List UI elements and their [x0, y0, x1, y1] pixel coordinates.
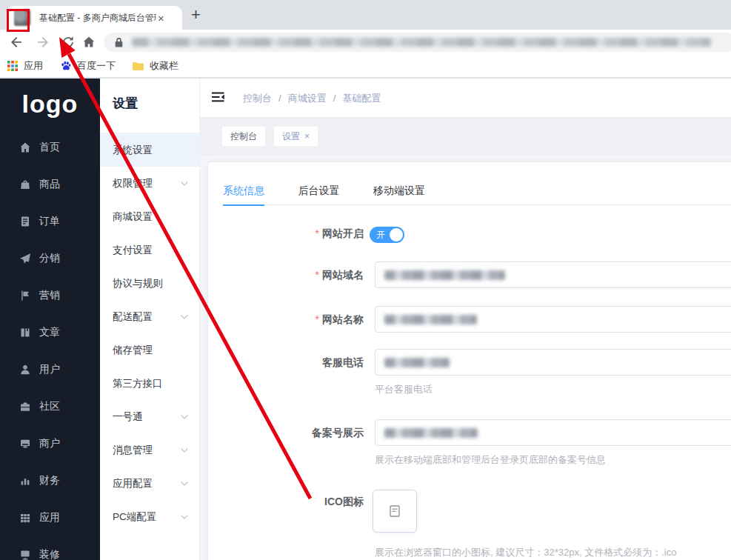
sidebar-item-decoration[interactable]: 装修 [0, 536, 100, 560]
submenu-item-message[interactable]: 消息管理 [100, 433, 199, 467]
monitor-icon [19, 549, 31, 560]
document-icon [390, 505, 400, 517]
tab-mobile-settings[interactable]: 移动端设置 [373, 176, 425, 205]
settings-tabs: 系统信息 后台设置 移动端设置 [223, 176, 731, 205]
breadcrumb-basic-config[interactable]: 基础配置 [342, 93, 381, 104]
sidebar-item-home[interactable]: 首页 [0, 129, 100, 166]
briefcase-icon [19, 401, 31, 413]
tab-system-info[interactable]: 系统信息 [223, 176, 264, 205]
grid-icon [19, 512, 31, 524]
home-button[interactable] [82, 36, 97, 50]
submenu-item-system[interactable]: 系统设置 [100, 133, 199, 167]
tag-console[interactable]: 控制台 [222, 127, 265, 146]
browser-toolbar [0, 30, 731, 55]
submenu-item-agreement[interactable]: 协议与规则 [100, 267, 199, 300]
submenu-item-payment[interactable]: 支付设置 [100, 233, 199, 267]
bar-chart-icon [19, 475, 31, 487]
tag-settings[interactable]: 设置× [274, 127, 318, 146]
submenu-item-thirdparty[interactable]: 第三方接口 [100, 367, 199, 400]
reload-button[interactable] [61, 36, 76, 50]
sidebar-item-community[interactable]: 社区 [0, 388, 100, 425]
ico-upload-box[interactable] [373, 490, 417, 533]
home-icon [82, 36, 96, 49]
book-icon [19, 327, 31, 339]
screen: 基础配置 - 多商户商城后台管理 × + 应用 [0, 0, 731, 560]
ico-hint: 展示在浏览器窗口的小图标, 建议尺寸：32*32px, 文件格式必须为：.ico [375, 546, 676, 559]
back-arrow-icon [10, 36, 23, 49]
site-domain-input[interactable] [375, 261, 731, 288]
apps-grid-icon[interactable] [7, 61, 18, 71]
icp-hint: 展示在移动端底部和管理后台登录页底部的备案号信息 [375, 453, 606, 467]
order-document-icon [19, 216, 31, 227]
new-tab-button[interactable]: + [191, 6, 201, 24]
label-icp: 备案号展示 [208, 427, 364, 440]
reload-icon [61, 36, 75, 49]
chevron-down-icon [181, 448, 188, 453]
address-bar[interactable] [104, 33, 731, 52]
icp-input[interactable] [375, 419, 731, 446]
user-icon [19, 364, 31, 376]
baidu-paw-icon[interactable] [61, 61, 71, 71]
settings-sidebar-title: 设置 [100, 79, 199, 133]
settings-card: 系统信息 后台设置 移动端设置 *网站开启 开 *网站域名 *网站名称 客服电话… [207, 161, 731, 560]
blurred-value [384, 315, 477, 324]
menu-fold-icon[interactable] [212, 90, 225, 104]
sidebar-item-finance[interactable]: 财务 [0, 462, 100, 499]
sidebar-item-apps[interactable]: 应用 [0, 499, 100, 536]
sidebar-item-marketing[interactable]: 营销 [0, 277, 100, 314]
site-switch-toggle[interactable]: 开 [370, 227, 404, 243]
sidebar-item-users[interactable]: 用户 [0, 351, 100, 388]
breadcrumb: 控制台/商城设置/基础配置 [243, 92, 381, 105]
service-phone-input[interactable] [375, 349, 731, 376]
main-sidebar: logo 首页 商品 订单 分销 [0, 79, 100, 560]
main-nav: 首页 商品 订单 分销 营销 [0, 129, 100, 560]
tab-close-icon[interactable]: × [158, 12, 164, 24]
sidebar-item-goods[interactable]: 商品 [0, 166, 100, 203]
sidebar-item-merchants[interactable]: 商户 [0, 425, 100, 462]
submenu-item-storage[interactable]: 储存管理 [100, 333, 199, 367]
tag-close-icon[interactable]: × [304, 131, 310, 141]
service-phone-hint: 平台客服电话 [375, 383, 433, 396]
bookmark-favorites[interactable]: 收藏栏 [150, 59, 178, 73]
lock-icon [115, 37, 123, 47]
bookmark-baidu[interactable]: 百度一下 [77, 59, 116, 73]
tagbar: 控制台 设置× [200, 117, 731, 156]
forward-button[interactable] [36, 36, 51, 50]
label-site-switch: *网站开启 [208, 227, 364, 241]
storefront-icon [19, 438, 31, 450]
shopping-bag-icon [19, 179, 31, 190]
sidebar-item-distribution[interactable]: 分销 [0, 240, 100, 277]
sidebar-item-orders[interactable]: 订单 [0, 203, 100, 240]
blurred-value [384, 270, 505, 280]
main-header: 控制台/商城设置/基础配置 [200, 79, 731, 117]
label-site-name: *网站名称 [208, 313, 364, 327]
tab-admin-settings[interactable]: 后台设置 [298, 176, 339, 205]
submenu-item-appconfig[interactable]: 应用配置 [100, 467, 199, 500]
blurred-value [384, 358, 450, 367]
chevron-down-icon [181, 415, 188, 419]
admin-app: logo 首页 商品 订单 分销 [0, 79, 731, 560]
bookmark-apps[interactable]: 应用 [24, 59, 43, 73]
browser-tab[interactable]: 基础配置 - 多商户商城后台管理 × [6, 6, 182, 30]
bookmarks-bar: 应用 百度一下 收藏栏 [0, 55, 731, 79]
submenu-item-pcconfig[interactable]: PC端配置 [100, 500, 199, 533]
breadcrumb-mall-settings[interactable]: 商城设置 [288, 93, 327, 104]
favicon-blurred [14, 10, 30, 26]
chevron-down-icon [181, 515, 188, 519]
sidebar-item-articles[interactable]: 文章 [0, 314, 100, 351]
submenu-item-delivery[interactable]: 配送配置 [100, 300, 199, 333]
home-icon [19, 141, 31, 153]
folder-icon[interactable] [132, 61, 144, 71]
submenu-item-permission[interactable]: 权限管理 [100, 167, 199, 200]
browser-tabstrip: 基础配置 - 多商户商城后台管理 × + [0, 0, 731, 30]
submenu-item-yihaotong[interactable]: 一号通 [100, 400, 199, 433]
site-name-input[interactable] [375, 306, 731, 333]
label-ico: ICO图标 [208, 496, 364, 509]
breadcrumb-console[interactable]: 控制台 [243, 93, 272, 104]
submenu-item-mall[interactable]: 商城设置 [100, 200, 199, 233]
chevron-down-icon [181, 481, 188, 486]
logo: logo [0, 79, 100, 129]
blurred-value [384, 428, 478, 438]
chevron-down-icon [181, 181, 188, 186]
back-button[interactable] [10, 36, 24, 50]
